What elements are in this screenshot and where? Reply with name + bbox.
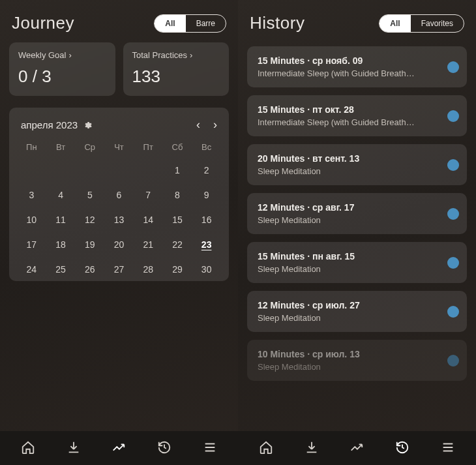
history-item[interactable]: 15 Minutes · ср нояб. 09Intermediate Sle… <box>247 46 467 87</box>
calendar-day[interactable]: 5 <box>75 188 104 202</box>
calendar-day[interactable]: 3 <box>17 188 46 202</box>
stats-row: Weekly Goal › 0 / 3 Total Practices › 13… <box>9 42 229 96</box>
download-badge-icon[interactable] <box>447 110 459 122</box>
download-badge-icon[interactable] <box>447 208 459 220</box>
calendar-day[interactable]: 15 <box>163 213 192 226</box>
calendar-day[interactable]: 25 <box>46 263 76 276</box>
calendar-prev-button[interactable]: ‹ <box>196 118 200 132</box>
history-item[interactable]: 20 Minutes · вт сент. 13Sleep Meditation <box>247 144 467 185</box>
history-item-subtitle: Sleep Meditation <box>258 215 439 225</box>
download-icon <box>67 440 81 455</box>
total-practices-card[interactable]: Total Practices › 133 <box>123 42 230 96</box>
calendar-day[interactable]: 18 <box>46 238 76 251</box>
calendar-dow: Сб <box>163 142 192 152</box>
download-badge-icon[interactable] <box>447 159 459 171</box>
calendar-day[interactable]: 7 <box>134 188 163 202</box>
home-icon <box>259 440 273 455</box>
journey-segment-barre[interactable]: Barre <box>186 15 226 32</box>
journey-segment-control: All Barre <box>154 14 226 33</box>
menu-icon <box>441 440 455 455</box>
calendar-month-wrap[interactable]: апреля 2023 <box>21 119 92 130</box>
nav-menu-button[interactable] <box>437 436 459 460</box>
weekly-goal-label: Weekly Goal <box>18 50 66 60</box>
history-content: 15 Minutes · ср нояб. 09Intermediate Sle… <box>238 42 476 431</box>
journey-screen: Journey All Barre Weekly Goal › 0 / 3 To… <box>0 0 238 465</box>
history-item[interactable]: 15 Minutes · пн авг. 15Sleep Meditation <box>247 242 467 283</box>
total-practices-label: Total Practices <box>132 50 188 60</box>
download-badge-icon[interactable] <box>447 257 459 269</box>
history-item[interactable]: 12 Minutes · ср июл. 27Sleep Meditation <box>247 291 467 332</box>
calendar-day[interactable]: 30 <box>192 263 221 276</box>
history-item-subtitle: Sleep Meditation <box>258 362 439 372</box>
calendar-dow: Чт <box>104 142 134 152</box>
download-badge-icon[interactable] <box>447 61 459 73</box>
calendar-day[interactable]: 6 <box>104 188 134 202</box>
calendar-grid: ПнВтСрЧтПтСбВс.....123456789101112131415… <box>17 142 221 276</box>
history-item-subtitle: Intermediate Sleep (with Guided Breath… <box>258 117 439 127</box>
calendar-dow: Вт <box>46 142 76 152</box>
journey-segment-all[interactable]: All <box>155 15 185 32</box>
calendar-day[interactable]: 11 <box>46 213 76 226</box>
nav-menu-button[interactable] <box>199 436 221 460</box>
history-header: History All Favorites <box>238 0 476 42</box>
weekly-goal-value: 0 / 3 <box>18 67 106 87</box>
history-item-title: 12 Minutes · ср июл. 27 <box>258 300 439 310</box>
calendar-day[interactable]: 10 <box>17 213 46 226</box>
calendar-day[interactable]: 12 <box>75 213 104 226</box>
nav-history-button[interactable] <box>153 436 175 460</box>
nav-home-button[interactable] <box>17 436 39 460</box>
history-item-title: 15 Minutes · пт окт. 28 <box>258 104 439 115</box>
calendar-day[interactable]: 4 <box>46 188 76 202</box>
nav-download-button[interactable] <box>63 436 85 460</box>
calendar-day[interactable]: 22 <box>163 238 192 251</box>
calendar-dow: Пн <box>17 142 46 152</box>
history-screen: History All Favorites 15 Minutes · ср но… <box>238 0 476 465</box>
calendar-day[interactable]: 21 <box>134 238 163 251</box>
calendar-day[interactable]: 28 <box>134 263 163 276</box>
calendar-day[interactable]: 26 <box>75 263 104 276</box>
history-item[interactable]: 15 Minutes · пт окт. 28Intermediate Slee… <box>247 95 467 136</box>
history-list: 15 Minutes · ср нояб. 09Intermediate Sle… <box>247 42 467 381</box>
nav-download-button[interactable] <box>301 436 323 460</box>
calendar-day[interactable]: 14 <box>134 213 163 226</box>
download-icon <box>305 440 319 455</box>
history-segment-favorites[interactable]: Favorites <box>411 15 464 32</box>
history-navbar <box>238 431 476 465</box>
history-segment-all[interactable]: All <box>379 15 410 32</box>
history-item[interactable]: 12 Minutes · ср авг. 17Sleep Meditation <box>247 193 467 234</box>
calendar-day[interactable]: 9 <box>192 188 221 202</box>
calendar-day[interactable]: 20 <box>104 238 134 251</box>
calendar-day[interactable]: 2 <box>192 164 221 177</box>
history-item-title: 12 Minutes · ср авг. 17 <box>258 202 439 213</box>
calendar-nav: ‹ › <box>196 118 217 132</box>
nav-home-button[interactable] <box>255 436 277 460</box>
history-item-title: 20 Minutes · вт сент. 13 <box>258 153 439 164</box>
nav-trends-button[interactable] <box>108 436 130 460</box>
chevron-right-icon: › <box>190 50 192 60</box>
calendar-day[interactable]: 1 <box>163 164 192 177</box>
calendar-day[interactable]: 13 <box>104 213 134 226</box>
nav-history-button[interactable] <box>391 436 413 460</box>
menu-icon <box>203 440 217 455</box>
trends-icon <box>112 440 126 455</box>
calendar-day[interactable]: 17 <box>17 238 46 251</box>
calendar-day[interactable]: 8 <box>163 188 192 202</box>
calendar-day[interactable]: 16 <box>192 213 221 226</box>
calendar-day[interactable]: 29 <box>163 263 192 276</box>
history-item-title: 15 Minutes · ср нояб. 09 <box>258 55 439 66</box>
calendar-day[interactable]: 23 <box>192 238 221 251</box>
download-badge-icon[interactable] <box>447 355 459 367</box>
calendar-dow: Пт <box>134 142 163 152</box>
calendar-dow: Вс <box>192 142 221 152</box>
weekly-goal-card[interactable]: Weekly Goal › 0 / 3 <box>9 42 115 96</box>
journey-header: Journey All Barre <box>0 0 238 42</box>
history-item[interactable]: 10 Minutes · ср июл. 13Sleep Meditation <box>247 340 467 381</box>
trends-icon <box>350 440 364 455</box>
journey-navbar <box>0 431 238 465</box>
calendar-next-button[interactable]: › <box>213 118 217 132</box>
calendar-day[interactable]: 24 <box>17 263 46 276</box>
download-badge-icon[interactable] <box>447 306 459 318</box>
nav-trends-button[interactable] <box>346 436 368 460</box>
calendar-day[interactable]: 19 <box>75 238 104 251</box>
calendar-day[interactable]: 27 <box>104 263 134 276</box>
